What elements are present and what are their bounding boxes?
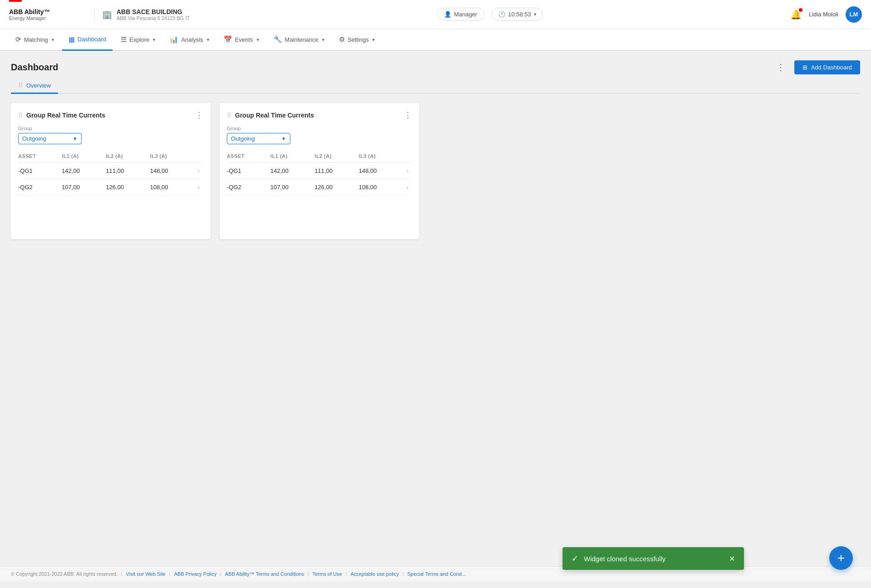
widget-card-1: ⠿ Group Real Time Currents ⋮ Group Outgo…: [11, 103, 210, 239]
tab-overview-label: Overview: [26, 82, 51, 89]
cell-il2: 126,00: [314, 179, 358, 196]
page-menu-button[interactable]: ⋮: [773, 60, 789, 74]
cell-nav-arrow[interactable]: ›: [194, 163, 203, 179]
role-selector[interactable]: 👤 Manager: [437, 8, 484, 21]
person-icon: 👤: [444, 11, 451, 18]
footer-sep-2: |: [169, 571, 171, 577]
nav-item-matching[interactable]: ⟳ Matching ▾: [9, 29, 60, 51]
brand-subtitle: Energy Manager: [9, 15, 50, 21]
building-info: 🏢 ABB SACE BUILDING ABB Via Pescaria 5 2…: [94, 8, 190, 21]
col-asset-1: ASSET: [18, 152, 62, 163]
col-arrow-1: [194, 152, 203, 163]
settings-icon: ⚙: [339, 35, 345, 44]
table-row: -QG1 142,00 111,00 148,00 ›: [18, 163, 203, 179]
widget-2-group-select[interactable]: Outgoing ▾: [227, 133, 290, 144]
maintenance-chevron: ▾: [322, 37, 324, 42]
cell-il2: 111,00: [106, 163, 150, 179]
cell-il3: 148,00: [359, 163, 403, 179]
widget-2-table: ASSET IL1 (A) IL2 (A) IL3 (A) -QG1 142,0…: [227, 152, 412, 196]
nav-item-maintenance[interactable]: 🔧 Maintenance ▾: [267, 29, 331, 51]
nav-item-dashboard[interactable]: ▦ Dashboard: [62, 29, 113, 51]
col-il1-2: IL1 (A): [270, 152, 314, 163]
table-row: -QG2 107,00 126,00 108,00 ›: [18, 179, 203, 196]
widget-1-group-chevron: ▾: [73, 135, 77, 142]
cell-nav-arrow[interactable]: ›: [403, 163, 412, 179]
time-chevron: ▾: [534, 12, 536, 17]
col-arrow-2: [403, 152, 412, 163]
widget-1-group-select[interactable]: Outgoing ▾: [18, 133, 82, 144]
footer-link-website[interactable]: Visit our Web Site: [126, 571, 166, 577]
fab-icon: +: [837, 551, 845, 565]
footer-link-privacy[interactable]: ABB Privacy Policy: [174, 571, 217, 577]
notification-dot: [799, 8, 802, 12]
cell-il2: 126,00: [106, 179, 150, 196]
nav-label-events: Events: [235, 36, 253, 43]
events-icon: 📅: [224, 35, 232, 44]
maintenance-icon: 🔧: [274, 35, 282, 44]
cell-asset: -QG1: [227, 163, 270, 179]
widget-1-menu-button[interactable]: ⋮: [195, 110, 203, 120]
footer-copyright: © Copyright 2021-2022 ABB. All rights re…: [11, 571, 117, 577]
nav-item-explore[interactable]: ☰ Explore ▾: [114, 29, 161, 51]
notification-bell[interactable]: 🔔: [790, 9, 802, 20]
nav-label-maintenance: Maintenance: [285, 36, 318, 43]
cell-nav-arrow[interactable]: ›: [194, 179, 203, 196]
user-name: Lidia Mololi: [809, 11, 838, 18]
page-content: Dashboard ⋮ ⊞ Add Dashboard ⠿ Overview ⠿…: [0, 51, 871, 566]
logo-red-bar: [9, 0, 22, 2]
page-header: Dashboard ⋮ ⊞ Add Dashboard: [11, 60, 860, 74]
cell-il1: 142,00: [62, 163, 106, 179]
cell-il3: 108,00: [150, 179, 194, 196]
widget-2-menu-button[interactable]: ⋮: [404, 110, 412, 120]
col-il3-1: IL3 (A): [150, 152, 194, 163]
footer-link-special[interactable]: Special Terms and Cond...: [407, 571, 466, 577]
tab-overview[interactable]: ⠿ Overview: [11, 78, 58, 94]
widget-2-title-row: ⠿ Group Real Time Currents: [227, 112, 314, 119]
widget-1-title: Group Real Time Currents: [26, 112, 105, 119]
nav-item-analysis[interactable]: 📊 Analysis ▾: [163, 29, 215, 51]
widget-2-drag-handle: ⠿: [227, 112, 231, 119]
header-center: 👤 Manager 🕐 10:58:53 ▾: [190, 8, 790, 21]
analysis-icon: 📊: [170, 35, 178, 44]
footer-link-terms[interactable]: ABB Ability™ Terms and Conditions: [225, 571, 304, 577]
nav-label-settings: Settings: [347, 36, 369, 43]
matching-icon: ⟳: [15, 35, 21, 44]
col-il1-1: IL1 (A): [62, 152, 106, 163]
widget-1-table: ASSET IL1 (A) IL2 (A) IL3 (A) -QG1 142,0…: [18, 152, 203, 196]
cell-nav-arrow[interactable]: ›: [403, 179, 412, 196]
fab-add-button[interactable]: +: [829, 546, 853, 570]
nav-item-settings[interactable]: ⚙ Settings ▾: [333, 29, 381, 51]
building-icon: 🏢: [102, 10, 112, 20]
app-logo: ABB Ability™ Energy Manager: [9, 8, 91, 21]
page-title: Dashboard: [11, 62, 58, 73]
col-il2-1: IL2 (A): [106, 152, 150, 163]
tab-bar: ⠿ Overview: [11, 78, 860, 94]
footer-link-acceptable[interactable]: Acceptable use policy: [351, 571, 399, 577]
cell-il1: 107,00: [270, 179, 314, 196]
nav-item-events[interactable]: 📅 Events ▾: [217, 29, 265, 51]
widget-1-group-label: Group: [18, 126, 203, 131]
col-il3-2: IL3 (A): [359, 152, 403, 163]
add-dashboard-label: Add Dashboard: [811, 64, 852, 71]
events-chevron: ▾: [257, 37, 259, 42]
footer-link-terms-use[interactable]: Terms of Use: [313, 571, 342, 577]
page-header-actions: ⋮ ⊞ Add Dashboard: [773, 60, 860, 74]
toast-close-button[interactable]: ✕: [729, 554, 735, 563]
cell-asset: -QG2: [227, 179, 270, 196]
avatar[interactable]: LM: [846, 6, 862, 23]
cell-il3: 148,00: [150, 163, 194, 179]
nav-label-dashboard: Dashboard: [78, 36, 107, 43]
footer-sep-4: |: [308, 571, 309, 577]
app-header: ABB Ability™ Energy Manager 🏢 ABB SACE B…: [0, 0, 871, 29]
time-display[interactable]: 🕐 10:58:53 ▾: [491, 8, 543, 21]
widget-2-group-label: Group: [227, 126, 412, 131]
widget-card-2: ⠿ Group Real Time Currents ⋮ Group Outgo…: [220, 103, 419, 239]
table-row: -QG2 107,00 126,00 108,00 ›: [227, 179, 412, 196]
nav-label-matching: Matching: [24, 36, 48, 43]
main-navbar: ⟳ Matching ▾ ▦ Dashboard ☰ Explore ▾ 📊 A…: [0, 29, 871, 51]
widget-grid: ⠿ Group Real Time Currents ⋮ Group Outgo…: [11, 103, 419, 239]
add-dashboard-button[interactable]: ⊞ Add Dashboard: [794, 60, 860, 74]
avatar-initials: LM: [850, 11, 858, 18]
widget-1-group-value: Outgoing: [22, 135, 46, 142]
clock-icon: 🕐: [498, 11, 505, 18]
